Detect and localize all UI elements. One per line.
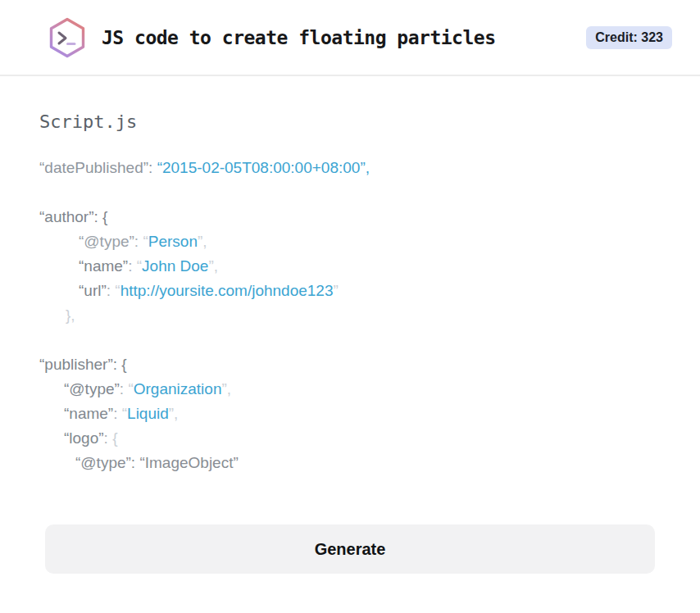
json-colon: :: [104, 429, 113, 447]
json-colon: :: [128, 257, 137, 275]
file-title: Script.js: [39, 111, 661, 134]
json-quote: ”,: [169, 405, 179, 422]
json-colon: :: [148, 159, 157, 176]
credit-badge: Credit: 323: [586, 26, 672, 49]
json-key: “url”: [79, 282, 107, 299]
json-value: Liquid: [127, 405, 169, 422]
json-value: John Doe: [142, 257, 208, 275]
json-key: “author”: {: [39, 208, 107, 225]
generate-button[interactable]: Generate: [45, 524, 655, 574]
code-line-blank: [39, 180, 661, 205]
code-line-author-open: “author”: {: [39, 205, 661, 229]
json-colon: :: [107, 282, 116, 299]
json-value: http://yoursite.com/johndoe123: [120, 282, 334, 299]
main-content: Script.js “datePublished”: “2015-02-05T0…: [0, 76, 700, 574]
code-line-publisher-open: “publisher”: {: [39, 352, 661, 377]
code-line-blank: [39, 328, 661, 352]
json-raw-text: “@type”: “ImageObject”: [75, 454, 239, 471]
json-value: Person: [148, 233, 198, 250]
terminal-hexagon-icon: [46, 16, 89, 59]
header: JS code to create floating particles Cre…: [0, 0, 700, 76]
json-key: “@type”: [79, 233, 134, 250]
json-key: “datePublished”: [39, 159, 148, 176]
code-line-publisher-name: “name”: “Liquid”,: [39, 402, 661, 426]
json-brace: },: [66, 306, 75, 324]
code-line-publisher-type: “@type”: “Organization”,: [39, 377, 661, 402]
code-line-author-url: “url”: “http://yoursite.com/johndoe123”: [39, 279, 661, 303]
json-colon: :: [113, 405, 122, 422]
json-key: “publisher”: {: [39, 356, 127, 373]
code-line-author-type: “@type”: “Person”,: [39, 229, 661, 254]
json-quote: ”,: [208, 257, 218, 275]
json-quote: ”,: [198, 233, 207, 250]
json-colon: :: [134, 233, 143, 250]
json-quote: ”,: [221, 380, 231, 397]
code-line-author-close: },: [39, 303, 661, 328]
code-line-date-published: “datePublished”: “2015-02-05T08:00:00+08…: [39, 156, 661, 180]
code-line-author-name: “name”: “John Doe”,: [39, 254, 661, 279]
action-area: Generate: [39, 475, 661, 574]
json-quote: ”: [334, 282, 339, 299]
code-block: “datePublished”: “2015-02-05T08:00:00+08…: [39, 156, 661, 475]
code-line-logo-type: “@type”: “ImageObject”: [39, 451, 661, 475]
code-line-logo-open: “logo”: {: [39, 426, 661, 451]
json-key: “name”: [79, 257, 128, 275]
json-key: “logo”: [64, 429, 104, 447]
json-value: Organization: [134, 380, 222, 397]
json-key: “name”: [64, 405, 113, 422]
json-colon: :: [120, 380, 129, 397]
json-key: “@type”: [64, 380, 120, 397]
json-value: “2015-02-05T08:00:00+08:00”,: [157, 159, 370, 176]
page-title: JS code to create floating particles: [102, 27, 586, 48]
json-brace: {: [112, 429, 117, 447]
